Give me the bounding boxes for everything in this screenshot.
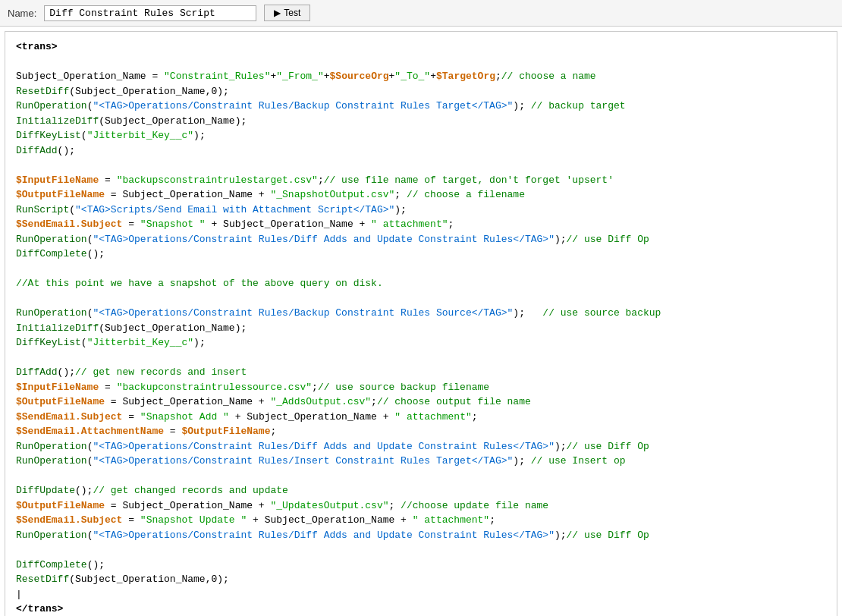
code-line: $InputFileName = "backupsconstraintrules…	[16, 173, 826, 188]
code-line: $OutputFileName = Subject_Operation_Name…	[16, 187, 826, 203]
code-line: $OutputFileName = Subject_Operation_Name…	[16, 498, 826, 514]
code-line: RunOperation("<TAG>Operations/Constraint…	[16, 528, 826, 543]
code-line	[16, 55, 826, 70]
test-icon: ▶	[274, 8, 281, 18]
code-line: RunOperation("<TAG>Operations/Constraint…	[16, 232, 826, 247]
code-line: $SendEmail.AttachmentName = $OutputFileN…	[16, 424, 826, 439]
header-bar: Name: ▶ Test	[0, 0, 842, 27]
code-line: InitializeDiff(Subject_Operation_Name);	[16, 321, 826, 336]
code-line: DiffKeyList("Jitterbit_Key__c");	[16, 128, 826, 143]
code-line: </trans>	[16, 602, 826, 616]
code-line: $SendEmail.Subject = "Snapshot " + Subje…	[16, 217, 826, 232]
code-line: $SendEmail.Subject = "Snapshot Update " …	[16, 513, 826, 528]
code-line: DiffAdd();// get new records and insert	[16, 365, 826, 380]
code-line	[16, 469, 826, 484]
code-line: RunOperation("<TAG>Operations/Constraint…	[16, 306, 826, 321]
code-line: RunOperation("<TAG>Operations/Constraint…	[16, 454, 826, 469]
code-line: DiffKeyList("Jitterbit_Key__c");	[16, 335, 826, 350]
code-line: RunScript("<TAG>Scripts/Send Email with …	[16, 203, 826, 218]
code-line	[16, 291, 826, 306]
code-line: DiffComplete();	[16, 247, 826, 262]
code-line: InitializeDiff(Subject_Operation_Name);	[16, 114, 826, 129]
code-line: RunOperation("<TAG>Operations/Constraint…	[16, 439, 826, 454]
code-line: RunOperation("<TAG>Operations/Constraint…	[16, 99, 826, 114]
code-line: DiffAdd();	[16, 143, 826, 159]
code-line: ResetDiff(Subject_Operation_Name,0);	[16, 84, 826, 99]
code-line	[16, 158, 826, 173]
code-line: |	[16, 587, 826, 602]
code-line: <trans>	[16, 39, 826, 55]
name-label: Name:	[8, 8, 36, 19]
code-line: ResetDiff(Subject_Operation_Name,0);	[16, 572, 826, 587]
code-line: DiffComplete();	[16, 558, 826, 573]
code-line: $SendEmail.Subject = "Snapshot Add " + S…	[16, 410, 826, 425]
code-line	[16, 542, 826, 558]
code-line: Subject_Operation_Name = "Constraint_Rul…	[16, 69, 826, 84]
test-button[interactable]: ▶ Test	[264, 5, 310, 21]
code-line: $InputFileName = "backupconstraintruless…	[16, 380, 826, 395]
name-input[interactable]	[44, 5, 256, 21]
code-line: //At this point we have a snapshot of th…	[16, 276, 826, 291]
code-line: $OutputFileName = Subject_Operation_Name…	[16, 394, 826, 410]
code-editor[interactable]: <trans> Subject_Operation_Name = "Constr…	[5, 31, 837, 616]
code-line	[16, 262, 826, 277]
code-line: DiffUpdate();// get changed records and …	[16, 483, 826, 498]
code-line	[16, 350, 826, 366]
